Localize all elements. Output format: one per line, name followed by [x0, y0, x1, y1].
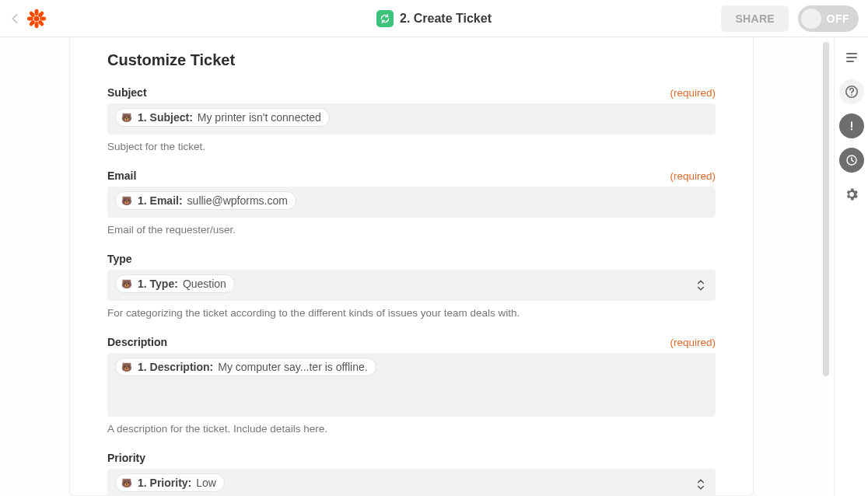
select-caret-icon — [697, 478, 705, 491]
subject-input[interactable]: 🐻 1. Subject: My printer isn't connected — [107, 103, 716, 134]
side-rail — [834, 37, 868, 496]
wpforms-icon: 🐻 — [121, 111, 133, 124]
svg-point-13 — [851, 94, 852, 96]
svg-rect-3 — [40, 16, 46, 20]
editor-canvas: Customize Ticket Subject (required) 🐻 1.… — [0, 37, 823, 496]
zapier-logo — [26, 9, 47, 29]
field-label-subject: Subject — [107, 86, 147, 99]
topbar-title: 2. Create Ticket — [376, 10, 492, 27]
field-priority: Priority 🐻 1. Priority: Low Priority of … — [107, 452, 716, 496]
field-help-type: For categorizing the ticket according to… — [107, 307, 716, 319]
svg-rect-4 — [37, 10, 44, 17]
svg-rect-1 — [35, 22, 39, 28]
svg-point-8 — [34, 16, 40, 21]
step-panel: Customize Ticket Subject (required) 🐻 1.… — [69, 37, 754, 496]
exclamation-icon — [845, 120, 858, 132]
field-subject: Subject (required) 🐻 1. Subject: My prin… — [107, 86, 716, 152]
wpforms-icon: 🐻 — [121, 477, 133, 489]
svg-rect-0 — [35, 9, 39, 15]
wpforms-icon: 🐻 — [121, 194, 133, 207]
list-icon — [844, 50, 859, 65]
mapped-field-pill[interactable]: 🐻 1. Subject: My printer isn't connected — [115, 108, 330, 127]
mapped-field-pill[interactable]: 🐻 1. Description: My computer say...ter … — [115, 358, 376, 376]
clock-icon — [845, 154, 858, 166]
svg-point-15 — [850, 128, 852, 130]
svg-rect-5 — [29, 19, 36, 26]
field-help-subject: Subject for the ticket. — [107, 141, 716, 152]
mapped-field-pill[interactable]: 🐻 1. Email: sullie@wpforms.com — [115, 191, 296, 210]
gear-icon — [844, 187, 859, 202]
field-required-subject: (required) — [670, 87, 716, 99]
pill-label: 1. Email: — [138, 194, 183, 207]
zap-on-off-toggle[interactable]: OFF — [798, 5, 859, 32]
svg-rect-6 — [29, 10, 36, 17]
chevron-left-icon — [10, 13, 21, 24]
pill-value: sullie@wpforms.com — [187, 194, 288, 207]
email-input[interactable]: 🐻 1. Email: sullie@wpforms.com — [107, 187, 716, 218]
toggle-label: OFF — [827, 12, 850, 25]
topbar: 2. Create Ticket SHARE OFF — [0, 0, 868, 37]
help-button[interactable] — [839, 79, 864, 104]
pill-label: 1. Subject: — [138, 111, 193, 124]
scrollbar-thumb[interactable] — [823, 42, 829, 376]
topbar-left — [9, 9, 47, 29]
mapped-field-pill[interactable]: 🐻 1. Priority: Low — [115, 473, 225, 492]
pill-value: Question — [183, 278, 226, 290]
svg-rect-7 — [37, 19, 44, 26]
share-button[interactable]: SHARE — [721, 5, 789, 32]
step-title: 2. Create Ticket — [400, 12, 492, 26]
field-label-email: Email — [107, 169, 136, 182]
field-label-priority: Priority — [107, 452, 145, 464]
toggle-knob — [801, 9, 821, 29]
field-description: Description (required) 🐻 1. Description:… — [107, 336, 716, 435]
zapier-logo-icon — [26, 9, 47, 29]
field-label-description: Description — [107, 336, 167, 348]
freshdesk-app-icon — [376, 10, 394, 27]
wpforms-icon: 🐻 — [121, 278, 133, 290]
panel-title: Customize Ticket — [107, 51, 716, 69]
field-type: Type 🐻 1. Type: Question For categorizin… — [107, 253, 716, 319]
select-caret-icon — [697, 279, 705, 292]
help-icon — [845, 85, 859, 99]
scrollbar-track[interactable] — [823, 37, 831, 496]
type-select[interactable]: 🐻 1. Type: Question — [107, 270, 716, 301]
field-help-email: Email of the requester/user. — [107, 224, 716, 236]
field-required-description: (required) — [670, 337, 716, 348]
pill-label: 1. Type: — [138, 278, 178, 290]
outline-button[interactable] — [839, 45, 864, 70]
alerts-button[interactable] — [839, 114, 864, 138]
field-label-type: Type — [107, 253, 132, 265]
pill-label: 1. Priority: — [138, 477, 191, 489]
field-required-email: (required) — [670, 170, 716, 182]
description-input[interactable]: 🐻 1. Description: My computer say...ter … — [107, 353, 716, 417]
priority-select[interactable]: 🐻 1. Priority: Low — [107, 469, 716, 496]
topbar-actions: SHARE OFF — [721, 5, 859, 32]
history-button[interactable] — [839, 148, 864, 173]
field-help-description: A description for the ticket. Include de… — [107, 423, 716, 435]
pill-value: Low — [196, 477, 216, 489]
pill-value: My printer isn't connected — [198, 111, 321, 124]
refresh-icon — [380, 13, 390, 24]
mapped-field-pill[interactable]: 🐻 1. Type: Question — [115, 274, 235, 293]
svg-rect-2 — [27, 16, 33, 20]
settings-button[interactable] — [839, 182, 864, 207]
field-email: Email (required) 🐻 1. Email: sullie@wpfo… — [107, 169, 716, 236]
pill-label: 1. Description: — [138, 361, 213, 373]
back-button[interactable] — [9, 12, 22, 25]
pill-value: My computer say...ter is offline. — [218, 361, 367, 373]
wpforms-icon: 🐻 — [121, 361, 133, 373]
